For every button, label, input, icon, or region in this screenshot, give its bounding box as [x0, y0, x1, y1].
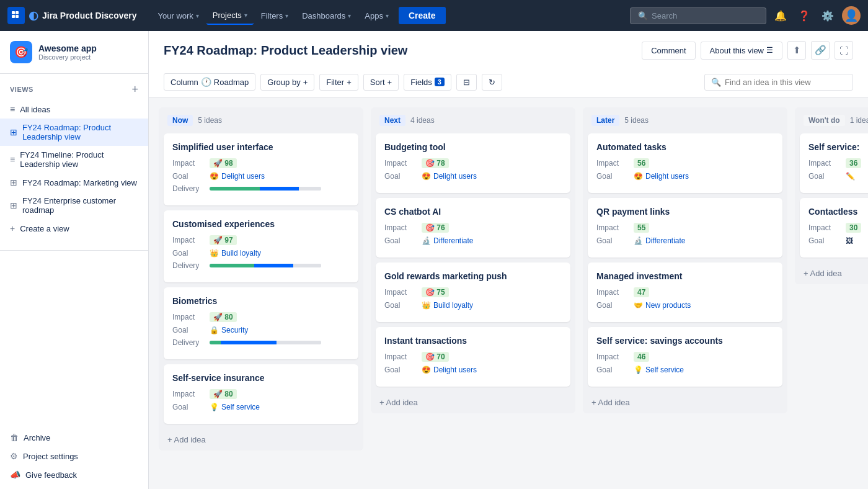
list-icon: ≡	[10, 104, 15, 114]
views-section-title: VIEWS	[10, 86, 33, 93]
app-logo[interactable]: ◐ Jira Product Discovery	[7, 7, 137, 24]
table-row[interactable]: Budgeting tool Impact 🎯 78 Goal 😍 Deligh…	[376, 133, 570, 193]
sidebar-project[interactable]: 🎯 Awesome app Discovery project	[0, 31, 148, 74]
impact-label: Impact	[172, 236, 210, 244]
fullscreen-button[interactable]: ⛶	[835, 41, 853, 60]
table-row[interactable]: Self-service insurance Impact 🚀 80 Goal …	[164, 364, 358, 424]
impact-badge: 🎯 76	[422, 223, 449, 233]
card-impact-field: Impact 47	[596, 287, 774, 297]
add-idea-button[interactable]: + Add idea	[795, 262, 868, 284]
comment-button[interactable]: Comment	[642, 42, 695, 60]
refresh-button[interactable]: ↻	[482, 74, 502, 91]
sidebar-item-fy24-roadmap-mv[interactable]: ⊞ FY24 Roadmap: Marketing view	[0, 173, 148, 192]
card-impact-field: Impact 🚀 98	[172, 158, 350, 168]
table-row[interactable]: Managed investment Impact 47 Goal 🤝 New …	[588, 262, 782, 322]
sidebar-item-archive[interactable]: 🗑 Archive	[0, 428, 148, 447]
impact-label: Impact	[808, 159, 846, 168]
add-idea-button[interactable]: + Add idea	[371, 392, 575, 413]
table-row[interactable]: Gold rewards marketing push Impact 🎯 75 …	[376, 262, 570, 322]
main-content: FY24 Roadmap: Product Leadership view Co…	[149, 31, 868, 489]
impact-badge: 47	[634, 287, 649, 297]
link-button[interactable]: 🔗	[811, 41, 830, 60]
add-idea-button[interactable]: + Add idea	[159, 429, 363, 451]
refresh-icon: ↻	[489, 78, 495, 87]
sort-button[interactable]: Sort +	[363, 74, 399, 91]
impact-value: 🚀 97	[210, 235, 237, 245]
fields-count-badge: 3	[435, 78, 445, 86]
table-row[interactable]: Instant transactions Impact 🎯 70 Goal 😍 …	[376, 327, 570, 387]
table-row[interactable]: Simplified user interface Impact 🚀 98 Go…	[164, 133, 358, 205]
card-title: Automated tasks	[596, 142, 774, 152]
sidebar-item-give-feedback[interactable]: 📣 Give feedback	[0, 465, 148, 484]
board-column-now: Now 5 ideas Simplified user interface Im…	[159, 107, 363, 451]
project-subtitle: Discovery project	[38, 53, 97, 61]
sidebar-item-fy24-roadmap-plv[interactable]: ⊞ FY24 Roadmap: Product Leadership view	[0, 119, 148, 146]
sidebar: 🎯 Awesome app Discovery project VIEWS + …	[0, 31, 149, 489]
goal-label: Goal	[172, 326, 210, 334]
sidebar-item-project-settings[interactable]: ⚙ Project settings	[0, 447, 148, 465]
nav-item-projects[interactable]: Projects ▾	[206, 7, 254, 25]
settings-button[interactable]: ⚙️	[818, 6, 837, 25]
plus-icon: +	[347, 78, 352, 87]
help-button[interactable]: ❓	[795, 6, 813, 25]
table-row[interactable]: Contactless Impact 30 Goal 🖼	[800, 198, 868, 258]
card-impact-field: Impact 🎯 78	[384, 158, 562, 168]
user-avatar[interactable]: 👤	[842, 6, 861, 25]
group-by-button[interactable]: Group by +	[260, 74, 314, 91]
feedback-icon: 📣	[10, 470, 20, 480]
goal-label: Goal	[384, 172, 422, 181]
card-impact-field: Impact 🚀 80	[172, 312, 350, 322]
goal-text: Self service	[645, 366, 684, 374]
archive-icon: 🗑	[10, 433, 19, 442]
add-view-icon[interactable]: +	[131, 84, 138, 95]
sidebar-item-fy24-timeline-plv[interactable]: ≡ FY24 Timeline: Product Leadership view	[0, 146, 148, 173]
impact-badge: 🚀 80	[210, 312, 237, 322]
sidebar-item-create-view[interactable]: + Create a view	[0, 219, 148, 238]
goal-tag: 😍 Delight users	[422, 366, 477, 374]
search-button[interactable]: 🔍 Search	[630, 7, 766, 24]
nav-item-your-work[interactable]: Your work ▾	[152, 7, 205, 24]
impact-value: 47	[634, 287, 649, 297]
goal-icon: 🖼	[846, 236, 853, 245]
table-row[interactable]: Biometrics Impact 🚀 80 Goal 🔒 Security	[164, 287, 358, 359]
table-row[interactable]: Customised experiences Impact 🚀 97 Goal …	[164, 210, 358, 282]
goal-text: Differentiate	[645, 236, 685, 245]
nav-item-filters[interactable]: Filters ▾	[255, 7, 294, 24]
delivery-blue	[254, 264, 293, 267]
impact-label: Impact	[172, 390, 210, 398]
nav-item-dashboards[interactable]: Dashboards ▾	[296, 7, 357, 24]
column-button[interactable]: Column 🕐 Roadmap	[164, 73, 255, 91]
goal-label: Goal	[384, 236, 422, 245]
share-button[interactable]: ⬆	[787, 41, 806, 60]
filter-button[interactable]: Filter +	[319, 74, 358, 91]
card-title: Budgeting tool	[384, 142, 562, 152]
about-view-button[interactable]: About this view ☰	[701, 42, 782, 60]
col-label-next: Next	[379, 115, 405, 126]
table-row[interactable]: QR payment links Impact 55 Goal 🔬 Differ…	[588, 198, 782, 258]
fields-button[interactable]: Fields 3	[404, 74, 451, 91]
table-row[interactable]: Automated tasks Impact 56 Goal 😍 Delight…	[588, 133, 782, 193]
roadmap-label: Roadmap	[214, 78, 249, 87]
impact-label: Impact	[596, 288, 634, 297]
sidebar-item-fy24-enterprise[interactable]: ⊞ FY24 Enterprise customer roadmap	[0, 192, 148, 219]
board-search[interactable]: 🔍	[704, 74, 853, 91]
impact-label: Impact	[384, 288, 422, 297]
notifications-button[interactable]: 🔔	[771, 6, 790, 25]
sidebar-item-all-ideas[interactable]: ≡ All ideas	[0, 100, 148, 119]
customize-button[interactable]: ⊟	[456, 74, 477, 91]
table-row[interactable]: Self service: Impact 36 Goal ✏️	[800, 133, 868, 193]
add-idea-button[interactable]: + Add idea	[583, 392, 787, 413]
board-cards-now: Simplified user interface Impact 🚀 98 Go…	[159, 133, 363, 429]
goal-tag: 💡 Self service	[210, 403, 260, 411]
create-button[interactable]: Create	[399, 7, 446, 24]
board-search-input[interactable]	[725, 78, 846, 87]
nav-item-apps[interactable]: Apps ▾	[358, 7, 395, 24]
impact-value: 30	[846, 223, 861, 233]
impact-value: 🎯 70	[422, 352, 449, 362]
card-impact-field: Impact 🚀 80	[172, 389, 350, 399]
table-row[interactable]: Self service: savings accounts Impact 46…	[588, 327, 782, 387]
table-row[interactable]: CS chatbot AI Impact 🎯 76 Goal 🔬 Differe…	[376, 198, 570, 258]
group-by-label: Group by	[267, 78, 300, 87]
delivery-bar	[210, 187, 321, 191]
card-goal-field: Goal 🔒 Security	[172, 326, 350, 334]
